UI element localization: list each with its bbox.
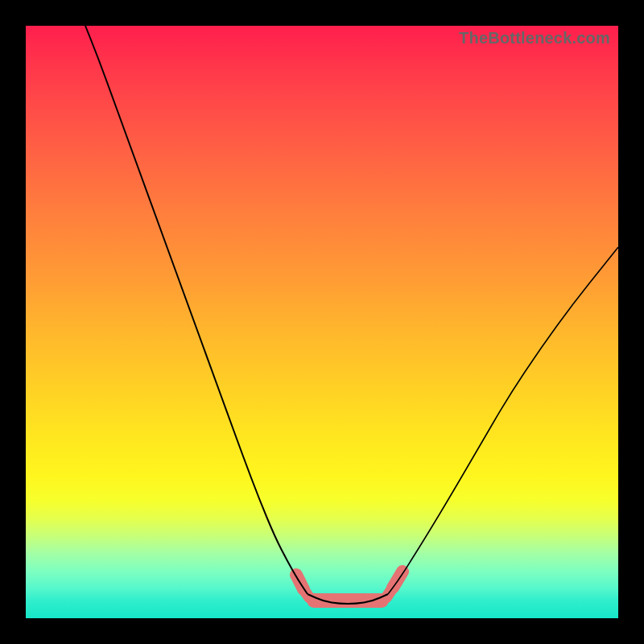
plot-area: TheBottleneck.com xyxy=(26,26,618,618)
curve-right-branch xyxy=(388,247,618,594)
chart-frame: TheBottleneck.com xyxy=(0,0,644,644)
curve-left-branch xyxy=(82,18,308,594)
curve-svg xyxy=(26,26,618,618)
